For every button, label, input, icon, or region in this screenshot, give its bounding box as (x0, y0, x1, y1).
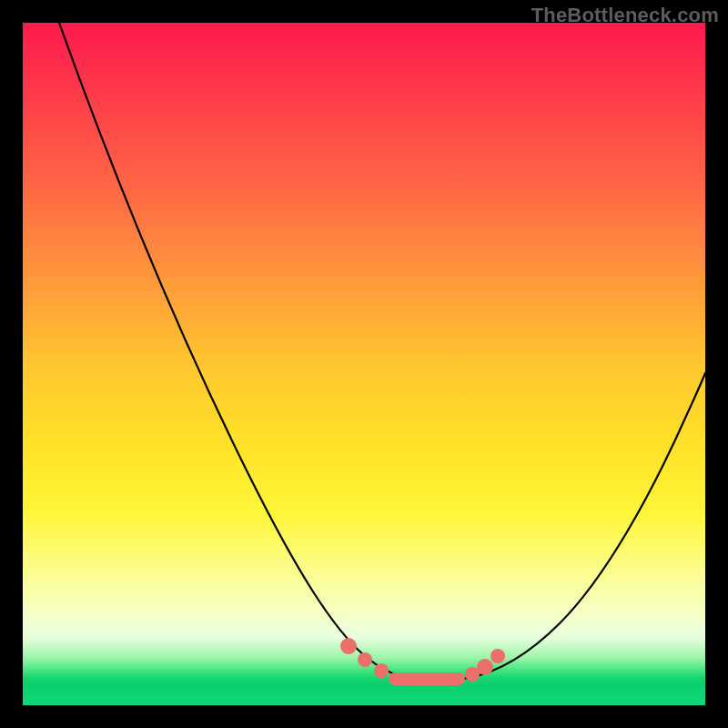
watermark-text: TheBottleneck.com (531, 4, 719, 27)
marker-dot (340, 638, 357, 654)
marker-dot (477, 659, 493, 675)
marker-pill (389, 672, 465, 685)
curve-svg (23, 23, 705, 705)
chart-frame: TheBottleneck.com (0, 0, 728, 728)
curve-left-arm (59, 23, 410, 678)
curve-right-arm (469, 373, 705, 678)
marker-dot (358, 652, 372, 667)
marker-dot (490, 649, 505, 663)
plot-area (23, 23, 705, 705)
marker-dot (374, 663, 389, 678)
